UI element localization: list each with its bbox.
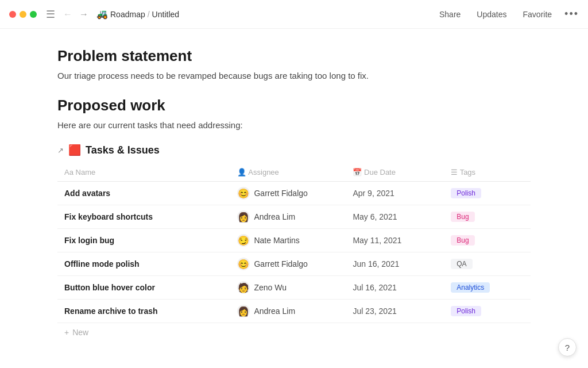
cell-tags: Bug (444, 229, 531, 252)
duedate-col-icon: 📅 Due Date (353, 168, 396, 177)
due-date-value: Jul 16, 2021 (353, 283, 396, 292)
task-name: Add avatars (64, 189, 110, 198)
due-date-value: Apr 9, 2021 (353, 189, 394, 198)
database-title: Tasks & Issues (86, 144, 160, 156)
assignee-name: Garrett Fidalgo (254, 189, 307, 198)
due-date-value: May 11, 2021 (353, 236, 401, 245)
cell-name: Add avatars (57, 182, 230, 205)
cell-tags: Polish (444, 182, 531, 205)
database-header: ↗ 🟥 Tasks & Issues (57, 144, 531, 156)
assignee-cell: 😏 Nate Martins (237, 234, 339, 247)
tag-badge[interactable]: Polish (451, 188, 481, 198)
proposed-work-text: Here are our current tasks that need add… (57, 120, 531, 130)
task-name: Offline mode polish (64, 259, 140, 269)
table-row[interactable]: Offline mode polish 😊 Garrett Fidalgo Ju… (57, 252, 531, 276)
avatar: 👩 (237, 305, 250, 317)
assignee-cell: 👩 Andrea Lim (237, 210, 339, 223)
tag-badge[interactable]: Polish (451, 306, 481, 316)
table-row[interactable]: Rename archive to trash 👩 Andrea Lim Jul… (57, 300, 531, 323)
page-content: Problem statement Our triage process nee… (0, 29, 588, 368)
cell-duedate: Jul 23, 2021 (346, 300, 444, 323)
share-button[interactable]: Share (436, 7, 464, 21)
problem-statement-text: Our triage process needs to be revamped … (57, 71, 531, 80)
assignee-cell: 😊 Garrett Fidalgo (237, 187, 339, 200)
cell-name: Button blue hover color (57, 276, 230, 300)
assignee-name: Garrett Fidalgo (254, 259, 307, 269)
cell-tags: QA (444, 252, 531, 276)
due-date-value: May 6, 2021 (353, 212, 397, 221)
close-button[interactable] (9, 11, 16, 18)
cell-name: Fix keyboard shortcuts (57, 205, 230, 229)
assignee-name: Andrea Lim (254, 306, 295, 316)
table-header-row: Aa Name 👤 Assignee 📅 Due Date ☰ Tags (57, 163, 531, 182)
avatar: 😏 (237, 234, 250, 247)
cell-name: Rename archive to trash (57, 300, 230, 323)
table-row[interactable]: Add avatars 😊 Garrett Fidalgo Apr 9, 202… (57, 182, 531, 205)
avatar: 😊 (237, 187, 250, 200)
hamburger-icon[interactable]: ☰ (46, 8, 55, 21)
tags-col-icon: ☰ Tags (451, 168, 475, 177)
table-row[interactable]: Fix keyboard shortcuts 👩 Andrea Lim May … (57, 205, 531, 229)
more-options-icon[interactable]: ••• (564, 8, 579, 20)
assignee-cell: 👩 Andrea Lim (237, 305, 339, 317)
assignee-name: Zeno Wu (254, 283, 287, 292)
cell-assignee: 👩 Andrea Lim (230, 205, 346, 229)
minimize-button[interactable] (20, 11, 26, 18)
avatar: 😊 (237, 258, 250, 270)
help-button[interactable]: ? (558, 338, 577, 356)
assignee-col-icon: 👤 Assignee (237, 168, 278, 177)
external-link-icon[interactable]: ↗ (57, 146, 64, 155)
breadcrumb-parent[interactable]: Roadmap (110, 10, 145, 19)
table-row[interactable]: Button blue hover color 🧑 Zeno Wu Jul 16… (57, 276, 531, 300)
tag-badge[interactable]: QA (451, 259, 472, 269)
traffic-lights (9, 11, 37, 18)
cell-assignee: 😏 Nate Martins (230, 229, 346, 252)
name-col-icon: Aa Name (64, 168, 95, 177)
maximize-button[interactable] (30, 11, 37, 18)
breadcrumb-current: Untitled (152, 10, 179, 19)
cell-assignee: 👩 Andrea Lim (230, 300, 346, 323)
cell-name: Offline mode polish (57, 252, 230, 276)
cell-duedate: Jun 16, 2021 (346, 252, 444, 276)
cell-assignee: 🧑 Zeno Wu (230, 276, 346, 300)
cell-name: Fix login bug (57, 229, 230, 252)
col-header-assignee: 👤 Assignee (230, 163, 346, 182)
updates-button[interactable]: Updates (473, 7, 510, 21)
cell-duedate: May 6, 2021 (346, 205, 444, 229)
new-row-button[interactable]: + New (57, 323, 531, 342)
breadcrumb: 🚜 Roadmap / Untitled (96, 9, 179, 20)
problem-statement-heading: Problem statement (57, 47, 531, 65)
titlebar-left: ☰ ← → 🚜 Roadmap / Untitled (9, 8, 179, 21)
plus-icon: + (64, 328, 69, 337)
task-name: Fix login bug (64, 236, 114, 245)
tag-badge[interactable]: Bug (451, 235, 474, 246)
cell-duedate: May 11, 2021 (346, 229, 444, 252)
tag-badge[interactable]: Analytics (451, 282, 490, 293)
cell-tags: Polish (444, 300, 531, 323)
back-arrow-icon[interactable]: ← (61, 8, 75, 21)
assignee-name: Nate Martins (254, 236, 299, 245)
cell-duedate: Jul 16, 2021 (346, 276, 444, 300)
cell-assignee: 😊 Garrett Fidalgo (230, 182, 346, 205)
task-name: Rename archive to trash (64, 306, 158, 316)
proposed-work-heading: Proposed work (57, 97, 531, 114)
new-row-label: New (72, 328, 88, 337)
col-header-name: Aa Name (57, 163, 230, 182)
tasks-table: Aa Name 👤 Assignee 📅 Due Date ☰ Tags Add… (57, 163, 531, 323)
task-name: Button blue hover color (64, 283, 155, 292)
due-date-value: Jun 16, 2021 (353, 259, 399, 269)
cell-duedate: Apr 9, 2021 (346, 182, 444, 205)
tag-badge[interactable]: Bug (451, 212, 474, 222)
titlebar: ☰ ← → 🚜 Roadmap / Untitled Share Updates… (0, 0, 588, 29)
breadcrumb-separator: / (148, 10, 150, 19)
nav-arrows: ← → (61, 8, 91, 21)
cell-assignee: 😊 Garrett Fidalgo (230, 252, 346, 276)
cell-tags: Bug (444, 205, 531, 229)
avatar: 🧑 (237, 281, 250, 294)
forward-arrow-icon[interactable]: → (77, 8, 91, 21)
task-name: Fix keyboard shortcuts (64, 212, 153, 221)
cell-tags: Analytics (444, 276, 531, 300)
favorite-button[interactable]: Favorite (520, 7, 556, 21)
database-emoji-icon: 🟥 (68, 144, 81, 156)
table-row[interactable]: Fix login bug 😏 Nate Martins May 11, 202… (57, 229, 531, 252)
